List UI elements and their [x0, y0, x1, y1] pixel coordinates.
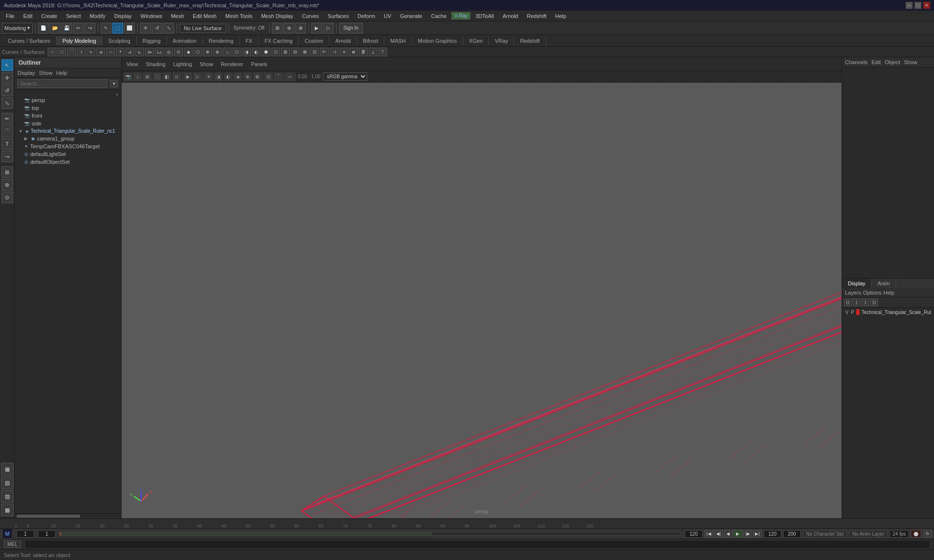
- cs-icon-6[interactable]: ⌀: [96, 48, 105, 56]
- cycle-button[interactable]: ↻: [923, 530, 932, 538]
- move-tool-left[interactable]: ✛: [1, 72, 13, 84]
- snap-grid-button[interactable]: ⊞: [272, 23, 283, 34]
- playback-range-bar[interactable]: [59, 532, 681, 536]
- scale-tool-left[interactable]: ⤡: [1, 97, 13, 109]
- tab-rigging[interactable]: Rigging: [137, 36, 167, 45]
- snap-point-button[interactable]: ⊕: [295, 23, 306, 34]
- layer-nav-3[interactable]: ⟩: [862, 298, 869, 306]
- goto-start-button[interactable]: |◀: [704, 530, 713, 538]
- minimize-button[interactable]: ─: [906, 2, 913, 9]
- cs-icon-8[interactable]: ⌖: [116, 48, 125, 56]
- cs-icon-19[interactable]: ⌕: [223, 48, 232, 56]
- vp-xray-icon[interactable]: ◧: [162, 72, 171, 81]
- rotate-tool-button[interactable]: ↺: [152, 23, 162, 34]
- live-surface-dropdown[interactable]: No Live Surface: [180, 24, 226, 33]
- menu-select[interactable]: Select: [62, 12, 85, 20]
- menu-arnold[interactable]: Arnold: [499, 12, 522, 20]
- layers-menu[interactable]: Layers: [845, 290, 861, 296]
- tab-poly-modeling[interactable]: Poly Modeling: [56, 36, 102, 45]
- outliner-item-persp[interactable]: 📷 persp: [15, 96, 121, 104]
- soft-select-left[interactable]: ⊙: [1, 192, 13, 203]
- current-frame-input[interactable]: [38, 530, 55, 538]
- tab-motion-graphics[interactable]: Motion Graphics: [412, 36, 463, 45]
- tab-fx-caching[interactable]: FX Caching: [259, 36, 299, 45]
- vp-ao-icon[interactable]: ◐: [224, 72, 233, 81]
- vp-shadow-icon[interactable]: ◑: [214, 72, 223, 81]
- scale-tool-button[interactable]: ⤡: [163, 23, 174, 34]
- vp-aa-icon[interactable]: ⊕: [243, 72, 252, 81]
- display-icons-2[interactable]: ▧: [1, 476, 14, 489]
- no-anim-layer-label[interactable]: No Anim Layer: [849, 530, 888, 538]
- step-fwd-button[interactable]: |▶: [743, 530, 752, 538]
- cs-icon-10[interactable]: ⊾: [135, 48, 144, 56]
- display-icons-1[interactable]: ▦: [1, 463, 14, 475]
- vp-solid-icon[interactable]: ⬛: [153, 72, 162, 81]
- show-menu[interactable]: Show: [904, 59, 917, 65]
- object-menu[interactable]: Object: [884, 59, 900, 65]
- cs-icon-28[interactable]: ⊡: [310, 48, 319, 56]
- render-button[interactable]: ▶: [311, 23, 322, 34]
- outliner-item-tempcam[interactable]: ✦ TempCamFBXASC046Target: [15, 142, 121, 150]
- cs-icon-2[interactable]: □: [57, 48, 66, 56]
- anim-end-input[interactable]: [783, 530, 801, 538]
- cs-icon-22[interactable]: ◐: [252, 48, 261, 56]
- tab-anim[interactable]: Anim: [872, 279, 896, 288]
- cs-icon-16[interactable]: ⬡: [194, 48, 202, 56]
- cs-icon-7[interactable]: ⌓: [106, 48, 115, 56]
- menu-edit-mesh[interactable]: Edit Mesh: [189, 12, 220, 20]
- outliner-hscroll[interactable]: [15, 513, 121, 518]
- paint-select-button[interactable]: ⬜: [124, 23, 135, 34]
- paint-tool-left[interactable]: ✏: [1, 113, 13, 124]
- tab-animation[interactable]: Animation: [167, 36, 203, 45]
- cs-icon-33[interactable]: ≣: [359, 48, 368, 56]
- vp-dof-icon[interactable]: ◈: [234, 72, 242, 81]
- vp-menu-view[interactable]: View: [124, 60, 141, 68]
- tab-xgen[interactable]: XGen: [463, 36, 489, 45]
- cs-icon-21[interactable]: ◑: [242, 48, 251, 56]
- vp-curve-icon[interactable]: ⌒: [274, 72, 283, 81]
- channels-menu[interactable]: Channels: [845, 59, 867, 65]
- cs-icon-25[interactable]: ⊞: [281, 48, 290, 56]
- close-button[interactable]: ✕: [923, 2, 930, 9]
- tab-display[interactable]: Display: [842, 279, 872, 288]
- menu-redshift[interactable]: Redshift: [523, 12, 550, 20]
- cs-icon-17[interactable]: ⊕: [203, 48, 212, 56]
- open-file-button[interactable]: 📂: [50, 23, 60, 34]
- outliner-item-camera-group[interactable]: ▶ ◉ camera1_group: [15, 135, 121, 142]
- ipr-button[interactable]: ▷: [323, 23, 334, 34]
- cs-icon-11[interactable]: ⌲: [145, 48, 154, 56]
- display-icons-4[interactable]: ▩: [1, 504, 14, 516]
- curve-tool-left[interactable]: ⌒: [1, 125, 13, 137]
- menu-file[interactable]: File: [2, 12, 18, 20]
- cs-icon-9[interactable]: ⊿: [126, 48, 134, 56]
- step-back-button[interactable]: ◀|: [714, 530, 723, 538]
- cs-icon-12[interactable]: ⌴: [155, 48, 163, 56]
- snap-curve-button[interactable]: ⊛: [284, 23, 294, 34]
- tab-curves-surfaces[interactable]: Curves / Surfaces: [2, 36, 56, 45]
- search-options-button[interactable]: ▾: [110, 80, 118, 88]
- outliner-item-ruler[interactable]: ▼ ◈ Technical_Triangular_Scale_Ruler_nc1: [15, 127, 121, 135]
- play-back-button[interactable]: ◀: [724, 530, 733, 538]
- cs-icon-35[interactable]: ⊤: [378, 48, 387, 56]
- cs-icon-20[interactable]: ⎔: [233, 48, 241, 56]
- cs-icon-14[interactable]: ⊙: [174, 48, 183, 56]
- cs-icon-26[interactable]: ⊟: [291, 48, 300, 56]
- save-file-button[interactable]: 💾: [61, 23, 72, 34]
- cs-icon-29[interactable]: ⊢: [320, 48, 329, 56]
- cs-icon-5[interactable]: ∿: [87, 48, 95, 56]
- vp-hud-icon[interactable]: ⊠: [253, 72, 262, 81]
- measure-tool-left[interactable]: ⊸: [1, 151, 13, 162]
- auto-key-button[interactable]: ⬤: [911, 530, 921, 538]
- outliner-item-front[interactable]: 📷 front: [15, 112, 121, 120]
- tab-fx[interactable]: FX: [240, 36, 259, 45]
- menu-generate[interactable]: Generate: [396, 12, 426, 20]
- menu-modify[interactable]: Modify: [86, 12, 109, 20]
- cs-icon-27[interactable]: ⊠: [301, 48, 309, 56]
- tab-custom[interactable]: Custom: [299, 36, 329, 45]
- goto-end-button[interactable]: ▶|: [753, 530, 762, 538]
- outliner-show-menu[interactable]: Show: [39, 70, 53, 76]
- tab-rendering[interactable]: Rendering: [203, 36, 240, 45]
- menu-cache[interactable]: Cache: [427, 12, 450, 20]
- select-tool-button[interactable]: ↖: [101, 23, 111, 34]
- layer-nav-1[interactable]: ⟨⟨: [844, 298, 852, 306]
